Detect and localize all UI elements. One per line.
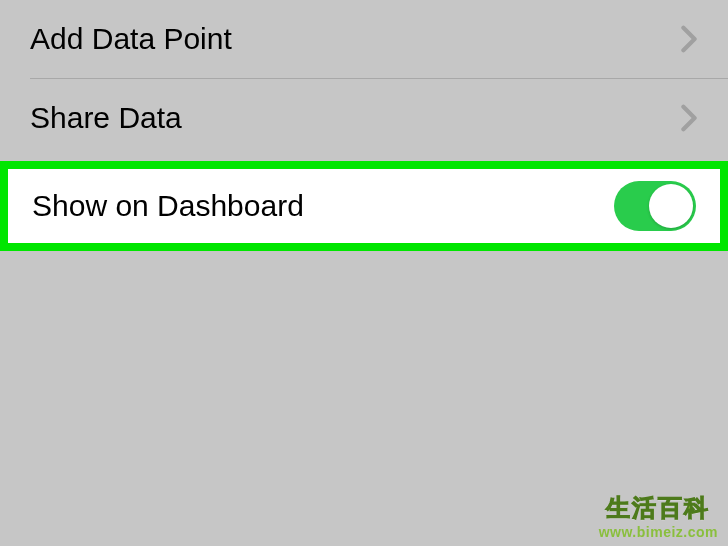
- watermark-cn: 生活百科: [599, 492, 718, 524]
- row-show-on-dashboard: Show on Dashboard: [0, 161, 728, 251]
- chevron-right-icon: [680, 104, 698, 132]
- toggle-show-on-dashboard[interactable]: [614, 181, 696, 231]
- row-label-add-data-point: Add Data Point: [30, 22, 232, 56]
- row-label-show-on-dashboard: Show on Dashboard: [32, 189, 304, 223]
- settings-list: Add Data Point Share Data Show on Dashbo…: [0, 0, 728, 251]
- watermark: 生活百科 www.bimeiz.com: [599, 492, 718, 540]
- watermark-url: www.bimeiz.com: [599, 524, 718, 540]
- toggle-knob: [649, 184, 693, 228]
- row-add-data-point[interactable]: Add Data Point: [0, 0, 728, 78]
- row-share-data[interactable]: Share Data: [0, 79, 728, 157]
- row-label-share-data: Share Data: [30, 101, 182, 135]
- chevron-right-icon: [680, 25, 698, 53]
